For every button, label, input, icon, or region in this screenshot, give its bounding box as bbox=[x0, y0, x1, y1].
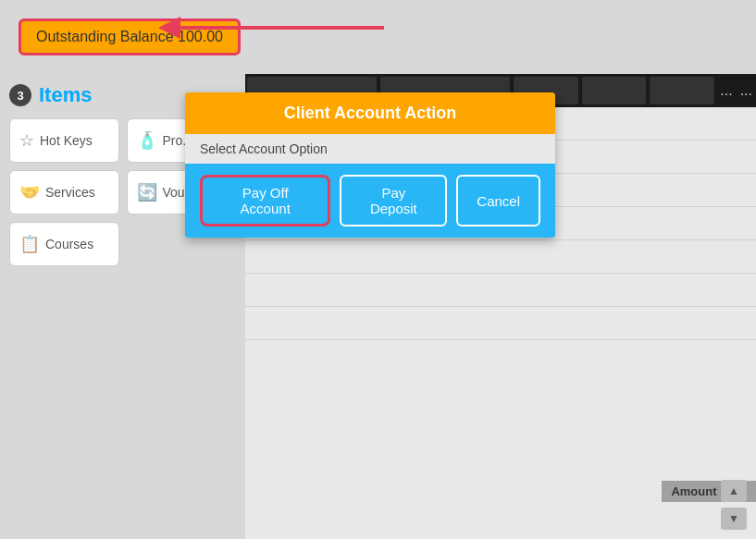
top-bar: Outstanding Balance 100.00 bbox=[0, 0, 756, 74]
arrow-line bbox=[180, 26, 384, 30]
arrow-indicator bbox=[180, 26, 384, 30]
services-label: Services bbox=[45, 185, 95, 200]
handshake-icon: 🤝 bbox=[19, 182, 40, 202]
scroll-up-button[interactable]: ▲ bbox=[721, 480, 747, 502]
table-row bbox=[245, 274, 756, 307]
cancel-button[interactable]: Cancel bbox=[456, 175, 540, 227]
table-row bbox=[245, 307, 756, 340]
modal-buttons: Pay Off Account Pay Deposit Cancel bbox=[185, 164, 555, 238]
scroll-arrows: ▲ ▼ bbox=[721, 480, 747, 530]
table-row bbox=[245, 240, 756, 274]
modal-title: Client Account Action bbox=[185, 92, 555, 134]
pay-off-account-button[interactable]: Pay Off Account bbox=[200, 175, 330, 227]
pay-deposit-button[interactable]: Pay Deposit bbox=[340, 175, 447, 227]
col-more-1[interactable]: ... bbox=[716, 82, 736, 99]
items-label: Items bbox=[39, 83, 92, 107]
courses-button[interactable]: 📋 Courses bbox=[9, 222, 119, 266]
col-more-2[interactable]: ... bbox=[737, 82, 756, 99]
hot-keys-button[interactable]: ☆ Hot Keys bbox=[9, 118, 119, 163]
modal-subtitle: Select Account Option bbox=[185, 134, 555, 164]
star-icon: ☆ bbox=[19, 130, 34, 151]
courses-label: Courses bbox=[45, 237, 93, 251]
arrow-head bbox=[158, 17, 180, 39]
client-account-modal: Client Account Action Select Account Opt… bbox=[185, 92, 555, 238]
refresh-icon: 🔄 bbox=[137, 182, 157, 202]
items-count: 3 bbox=[9, 84, 31, 106]
outstanding-balance-box[interactable]: Outstanding Balance 100.00 bbox=[19, 18, 241, 55]
scroll-down-button[interactable]: ▼ bbox=[721, 508, 747, 530]
hot-keys-label: Hot Keys bbox=[40, 133, 93, 148]
col-header-5 bbox=[650, 77, 714, 104]
bottle-icon: 🧴 bbox=[137, 130, 157, 151]
clipboard-icon: 📋 bbox=[19, 234, 40, 254]
services-button[interactable]: 🤝 Services bbox=[9, 170, 119, 214]
col-header-4 bbox=[582, 77, 647, 104]
